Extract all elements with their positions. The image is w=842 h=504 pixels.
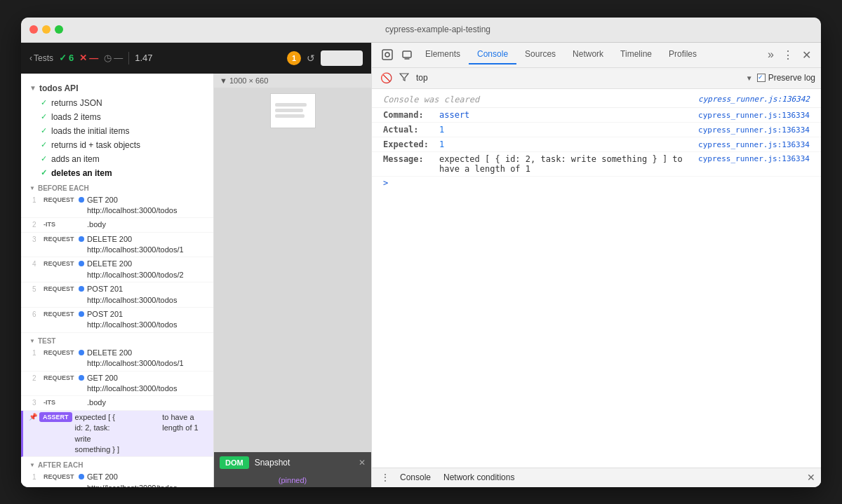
- console-link[interactable]: cypress_runner.js:136334: [698, 140, 810, 149]
- console-link[interactable]: cypress_runner.js:136334: [698, 154, 810, 163]
- cmd-row[interactable]: 2 REQUEST GET 200 http://localhost:3000/…: [21, 372, 213, 397]
- cleared-link[interactable]: cypress_runner.js:136342: [698, 95, 810, 104]
- tab-elements[interactable]: Elements: [417, 45, 469, 64]
- assert-cmd-row[interactable]: 📌 ASSERT expected [ { id: 2, task: write…: [21, 411, 213, 458]
- status-dot: [79, 236, 84, 242]
- filter-dropdown-icon[interactable]: ▼: [746, 74, 753, 82]
- alert-icon: 1: [287, 51, 301, 65]
- snapshot-thumbnail: [270, 93, 316, 128]
- window-title: cypress-example-api-testing: [63, 25, 813, 34]
- preserve-log-control[interactable]: Preserve log: [757, 73, 815, 83]
- back-label: Tests: [34, 53, 53, 63]
- list-item[interactable]: ✓ returns JSON: [21, 96, 213, 110]
- list-item[interactable]: ✓ loads the initial items: [21, 124, 213, 138]
- divider: [128, 52, 129, 64]
- bottom-close-button[interactable]: ✕: [807, 472, 815, 483]
- list-item[interactable]: ✓ adds an item: [21, 152, 213, 166]
- cmd-row[interactable]: 1 REQUEST DELETE 200 http://localhost:30…: [21, 346, 213, 372]
- pin-icon: 📌: [29, 412, 37, 422]
- status-dot: [79, 350, 84, 355]
- assert-badge: ASSERT: [39, 412, 72, 423]
- pinned-label: (pinned): [214, 473, 371, 487]
- tab-profiles[interactable]: Profiles: [660, 45, 705, 64]
- back-button[interactable]: ‹ Tests: [29, 53, 53, 63]
- cmd-row[interactable]: 3 -ITS .body: [21, 396, 213, 410]
- tab-timeline[interactable]: Timeline: [612, 45, 660, 64]
- snapshot-header: ▼ 1000 × 660: [214, 74, 371, 88]
- preserve-log-checkbox[interactable]: [757, 74, 766, 82]
- cmd-row[interactable]: 2 -ITS .body: [21, 218, 213, 232]
- console-row-expected: Expected: 1 cypress_runner.js:136334: [372, 137, 821, 152]
- dom-snapshot-bar: DOM Snapshot ✕: [214, 452, 371, 473]
- before-each-header: ▼ BEFORE EACH: [21, 180, 213, 193]
- dom-button[interactable]: DOM: [220, 456, 249, 469]
- test-header: ▼ TEST: [21, 333, 213, 346]
- snapshot-panel: ▼ 1000 × 660 DOM Snapshot: [214, 74, 371, 487]
- cmd-row[interactable]: 5 REQUEST POST 201 http://localhost:3000…: [21, 282, 213, 308]
- list-item[interactable]: ✓ returns id + task objects: [21, 138, 213, 152]
- check-icon: ✓: [41, 112, 47, 121]
- snapshot-preview: [214, 88, 371, 452]
- console-content: Console was cleared cypress_runner.js:13…: [372, 89, 821, 468]
- pass-count: ✓ 6: [59, 53, 74, 63]
- list-item[interactable]: ✓ deletes an item: [21, 166, 213, 180]
- tab-network[interactable]: Network: [564, 45, 612, 64]
- device-icon[interactable]: [397, 46, 417, 63]
- console-arrow: >: [372, 177, 821, 189]
- minimize-button[interactable]: [42, 25, 51, 34]
- bottom-tab-console[interactable]: Console: [394, 471, 436, 484]
- more-tabs-button[interactable]: »: [763, 46, 778, 64]
- after-each-header: ▼ AFTER EACH: [21, 457, 213, 470]
- suite-title: ▼ todos API: [21, 79, 213, 96]
- check-icon: ✓: [41, 168, 47, 177]
- check-icon: ✓: [41, 98, 47, 107]
- console-link[interactable]: cypress_runner.js:136334: [698, 125, 810, 135]
- cmd-row[interactable]: 4 REQUEST DELETE 200 http://localhost:30…: [21, 257, 213, 282]
- cmd-row[interactable]: 1 REQUEST GET 200 http://localhost:3000/…: [21, 193, 213, 219]
- devtools-menu-button[interactable]: ⋮: [778, 46, 798, 64]
- console-filter-icon[interactable]: [399, 72, 409, 84]
- svg-point-1: [385, 53, 389, 57]
- main-window: cypress-example-api-testing ‹ Tests ✓ 6 …: [21, 18, 821, 487]
- cross-icon: ✕: [79, 53, 87, 63]
- bottom-tab-network-conditions[interactable]: Network conditions: [438, 471, 520, 484]
- check-icon: ✓: [41, 140, 47, 149]
- maximize-button[interactable]: [55, 25, 63, 34]
- cmd-row[interactable]: 1 REQUEST GET 200 http://localhost:3000/…: [21, 470, 213, 486]
- close-snapshot-button[interactable]: ✕: [359, 458, 366, 468]
- close-button[interactable]: [29, 25, 38, 34]
- status-dot: [79, 197, 84, 203]
- devtools-panel: Elements Console Sources Network Timelin…: [372, 43, 821, 487]
- fail-count: ✕ —: [79, 53, 98, 63]
- cmd-row[interactable]: 3 REQUEST DELETE 200 http://localhost:30…: [21, 233, 213, 258]
- inspect-icon[interactable]: [377, 46, 397, 63]
- devtools-close-button[interactable]: ✕: [798, 46, 815, 64]
- cypress-main: ▼ todos API ✓ returns JSON ✓ loads 2 ite…: [21, 74, 371, 487]
- snapshot-label: Snapshot: [255, 458, 290, 468]
- check-icon: ✓: [59, 53, 67, 63]
- status-dot: [79, 311, 84, 317]
- list-item[interactable]: ✓ loads 2 items: [21, 110, 213, 124]
- chevron-left-icon: ‹: [29, 53, 32, 63]
- cmd-row[interactable]: 6 REQUEST POST 201 http://localhost:3000…: [21, 308, 213, 333]
- status-dot: [79, 286, 84, 292]
- console-clear-button[interactable]: 🚫: [377, 71, 395, 85]
- console-link[interactable]: cypress_runner.js:136334: [698, 111, 810, 120]
- test-list: ▼ todos API ✓ returns JSON ✓ loads 2 ite…: [21, 74, 214, 487]
- tab-console[interactable]: Console: [469, 45, 516, 64]
- console-filter-input[interactable]: top: [413, 71, 742, 84]
- arrow-icon: ▼: [29, 185, 35, 191]
- refresh-button[interactable]: ↺: [307, 53, 315, 64]
- devtools-bottom-bar: ⋮ Console Network conditions ✕: [372, 468, 821, 487]
- console-row-message: Message: expected [ { id: 2, task: write…: [372, 152, 821, 177]
- status-dot: [79, 375, 84, 381]
- bottom-more-button[interactable]: ⋮: [377, 470, 393, 484]
- search-bar[interactable]: [321, 50, 363, 66]
- traffic-lights: [29, 25, 63, 34]
- snapshot-size: ▼ 1000 × 660: [220, 76, 268, 85]
- check-icon: ✓: [41, 154, 47, 163]
- time-display: 1.47: [135, 53, 152, 63]
- tab-sources[interactable]: Sources: [516, 45, 564, 64]
- main-content: ‹ Tests ✓ 6 ✕ — ◷ — 1.47 1: [21, 43, 821, 487]
- cypress-panel: ‹ Tests ✓ 6 ✕ — ◷ — 1.47 1: [21, 43, 372, 487]
